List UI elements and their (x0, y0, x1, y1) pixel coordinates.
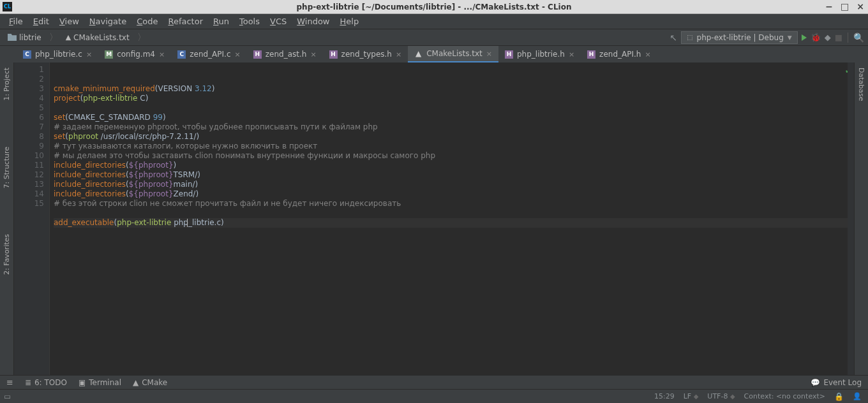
menu-run[interactable]: Run (208, 15, 234, 27)
line-number[interactable]: 13 (17, 180, 44, 189)
tab-zend_types-h[interactable]: Hzend_types.h× (323, 46, 408, 62)
file-encoding[interactable]: UTF-8 ◆ (707, 392, 735, 400)
menu-code[interactable]: Code (131, 15, 163, 27)
token: # без этой строки clion не сможет прочит… (54, 199, 401, 208)
tab-php_libtrie-h[interactable]: Hphp_libtrie.h× (498, 46, 581, 62)
collapse-icon[interactable]: ≡ (6, 377, 13, 387)
debug-button[interactable]: 🐞 (811, 33, 821, 42)
gutter[interactable]: 123456789101112131415 (14, 62, 50, 375)
scrollbar-stripe[interactable] (848, 62, 854, 375)
menu-window[interactable]: Window (292, 15, 334, 27)
code-editor[interactable]: 123456789101112131415 cmake_minimum_requ… (14, 62, 854, 375)
code-line[interactable]: set(phproot /usr/local/src/php-7.2.11/) (54, 132, 850, 142)
line-number[interactable]: 5 (17, 103, 44, 113)
line-number[interactable]: 4 (17, 94, 44, 103)
menu-view[interactable]: View (54, 15, 84, 27)
tab-php_libtrie-c[interactable]: Cphp_libtrie.c× (17, 46, 98, 62)
line-number[interactable]: 11 (17, 161, 44, 170)
maximize-button[interactable]: □ (841, 1, 849, 11)
event-log-button[interactable]: 💬 Event Log (811, 378, 862, 387)
window-controls: − □ × (825, 1, 864, 11)
line-number[interactable]: 10 (17, 151, 44, 161)
tab-zend_api-c[interactable]: Czend_API.c× (171, 46, 247, 62)
tab-close-icon[interactable]: × (645, 50, 650, 59)
tab-close-icon[interactable]: × (159, 50, 165, 59)
context-status[interactable]: Context: <no context> (744, 392, 825, 400)
code-line[interactable]: include_directories(${phproot}TSRM/) (54, 170, 850, 180)
line-number[interactable]: 1 (17, 65, 44, 75)
tab-close-icon[interactable]: × (396, 50, 401, 59)
breadcrumb-label: CMakeLists.txt (73, 33, 130, 42)
menu-file[interactable]: File (4, 15, 28, 27)
code-line[interactable]: cmake_minimum_required(VERSION 3.12) (54, 84, 850, 94)
tab-zend_api-h[interactable]: Hzend_API.h× (581, 46, 657, 62)
tab-zend_ast-h[interactable]: Hzend_ast.h× (247, 46, 323, 62)
back-icon[interactable]: ↖ (670, 33, 677, 43)
line-number[interactable]: 15 (17, 199, 44, 209)
code-line[interactable]: # задаем переменную phproot, чтобы удобн… (54, 122, 850, 132)
tab-close-icon[interactable]: × (235, 50, 241, 59)
bottom-tool-cmake[interactable]: ▲CMake (133, 378, 167, 387)
menu-tools[interactable]: Tools (234, 15, 265, 27)
code-line[interactable]: include_directories(${phproot}main/) (54, 180, 850, 189)
line-number[interactable]: 6 (17, 113, 44, 122)
tool-project[interactable]: 1: Project (1, 64, 12, 105)
minimize-button[interactable]: − (825, 1, 833, 11)
line-number[interactable]: 12 (17, 170, 44, 180)
tab-config-m4[interactable]: Mconfig.m4× (98, 46, 171, 62)
search-icon[interactable]: 🔍 (853, 33, 864, 43)
menu-help[interactable]: Help (335, 15, 364, 27)
line-number[interactable]: 14 (17, 189, 44, 199)
line-number[interactable]: 7 (17, 122, 44, 132)
tab-close-icon[interactable]: × (486, 50, 492, 58)
h-file-icon: H (505, 50, 513, 59)
token: /usr/local/src/php-7.2.11/) (98, 132, 199, 141)
breadcrumb-libtrie[interactable]: libtrie (4, 32, 45, 43)
code-line[interactable]: set(CMAKE_C_STANDARD 99) (54, 113, 850, 122)
code-line[interactable]: # тут указываются каталоги, которые нужн… (54, 142, 850, 151)
code-line[interactable]: # без этой строки clion не сможет прочит… (54, 199, 850, 209)
menu-refactor[interactable]: Refactor (163, 15, 208, 27)
code-line[interactable]: include_directories(${phproot}) (54, 161, 850, 170)
token: include_directories (54, 161, 126, 170)
token: add_executable (54, 218, 114, 227)
tool-structure[interactable]: 7: Structure (1, 143, 12, 192)
tool-favorites[interactable]: 2: Favorites (1, 230, 12, 279)
line-number[interactable]: 8 (17, 132, 44, 142)
bottom-tool-todo[interactable]: ≣6: TODO (25, 378, 67, 387)
status-window-icon[interactable]: ▭ (4, 392, 11, 401)
stop-button[interactable]: ■ (835, 33, 842, 42)
breadcrumb-cmakelists.txt[interactable]: ▲CMakeLists.txt (62, 32, 133, 43)
lock-icon[interactable]: 🔒 (834, 392, 844, 401)
run-config-selector[interactable]: ⬚ php-ext-libtrie | Debug ▼ (681, 31, 798, 44)
tab-close-icon[interactable]: × (86, 50, 92, 59)
right-tool-strip: Database (854, 62, 868, 375)
token: php-ext-libtrie (117, 218, 171, 227)
tool-database[interactable]: Database (856, 64, 867, 105)
code-area[interactable]: cmake_minimum_required(VERSION 3.12)proj… (50, 62, 854, 375)
menu-navigate[interactable]: Navigate (84, 15, 131, 27)
code-line[interactable]: # мы делаем это чтобы заставить clion по… (54, 151, 850, 161)
tab-close-icon[interactable]: × (310, 50, 316, 59)
hector-icon[interactable]: 👤 (853, 392, 862, 400)
code-line[interactable]: include_directories(${phproot}Zend/) (54, 189, 850, 199)
line-number[interactable]: 9 (17, 142, 44, 151)
tab-cmakelists-txt[interactable]: ▲CMakeLists.txt× (408, 46, 498, 62)
line-separator[interactable]: LF ◆ (684, 392, 699, 400)
line-number[interactable]: 2 (17, 75, 44, 84)
line-number[interactable]: 3 (17, 84, 44, 94)
code-line[interactable] (54, 209, 850, 218)
token: C) (137, 94, 148, 103)
tab-close-icon[interactable]: × (569, 50, 574, 59)
menu-vcs[interactable]: VCS (265, 15, 292, 27)
bottom-tool-terminal[interactable]: ▣Terminal (79, 378, 121, 387)
code-line[interactable]: project(php-ext-libtrie C) (54, 94, 850, 103)
code-line[interactable] (54, 103, 850, 113)
run-button[interactable] (802, 34, 807, 41)
coverage-button[interactable]: ◆ (825, 33, 831, 42)
caret-position[interactable]: 15:29 (654, 392, 675, 400)
code-line[interactable]: add_executable(php-ext-libtrie php_libtr… (54, 218, 850, 228)
close-window-button[interactable]: × (857, 1, 864, 11)
menu-edit[interactable]: Edit (28, 15, 54, 27)
token: ) (212, 84, 215, 93)
